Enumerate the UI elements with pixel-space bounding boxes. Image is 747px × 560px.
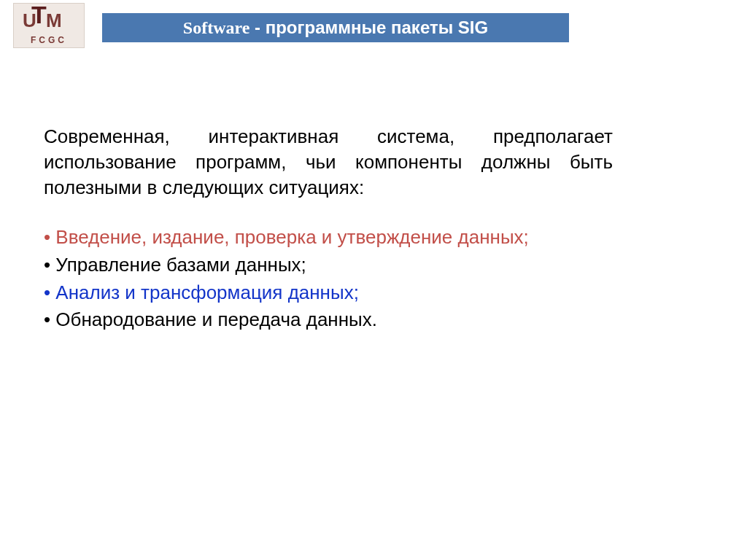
title-bar: Software - программные пакеты SIG: [102, 13, 569, 42]
list-item: Введение, издание, проверка и утверждени…: [44, 224, 613, 252]
list-item: Обнародование и передача данных.: [44, 306, 613, 334]
logo-t: T: [31, 3, 47, 29]
list-item: Анализ и трансформация данных;: [44, 279, 613, 307]
title-serif: Software: [183, 18, 250, 37]
title-rest: программные пакеты SIG: [266, 18, 488, 37]
logo-glyph: U T M: [14, 4, 84, 33]
logo-subtext: FCGC: [14, 35, 84, 45]
list-item: Управление базами данных;: [44, 252, 613, 279]
logo: U T M FCGC: [13, 3, 85, 48]
logo-m: M: [46, 9, 62, 32]
title-dash: -: [249, 18, 265, 37]
slide: U T M FCGC Software - программные пакеты…: [0, 0, 747, 560]
content: Современная, интерактивная система, пред…: [44, 124, 613, 334]
bullet-list: Введение, издание, проверка и утверждени…: [44, 224, 613, 334]
intro-paragraph: Современная, интерактивная система, пред…: [44, 124, 613, 201]
